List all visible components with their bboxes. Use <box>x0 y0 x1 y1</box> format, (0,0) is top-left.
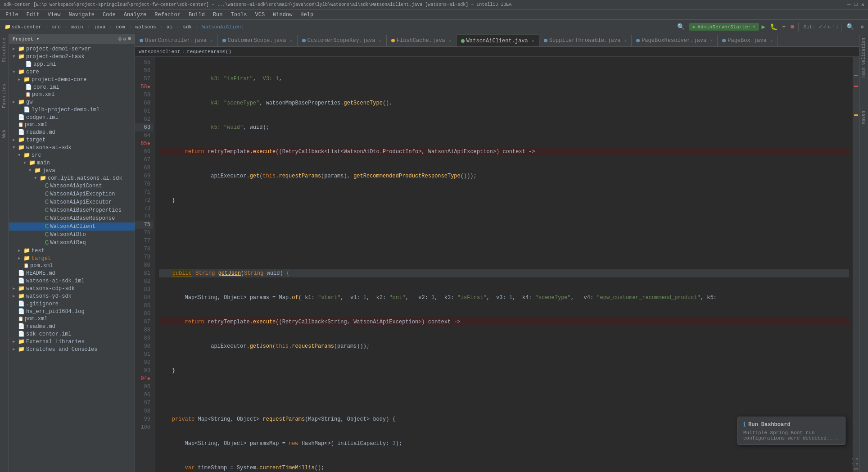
git-arrow-up[interactable]: ↑ <box>832 24 835 30</box>
toolbar-main[interactable]: main <box>68 23 86 31</box>
toolbar-sdk[interactable]: sdk <box>180 23 194 31</box>
tab-close-icon[interactable]: ✕ <box>532 38 534 44</box>
tab-close-icon[interactable]: ✕ <box>449 38 452 43</box>
run-btn[interactable]: ▶ <box>760 22 767 32</box>
tab-WatsonAiClient[interactable]: WatsonAiClient.java ✕ <box>457 35 539 46</box>
menu-edit[interactable]: Edit <box>23 11 43 19</box>
structure-label[interactable]: Structure <box>1 36 8 64</box>
team-validation-label[interactable]: Team Validation <box>860 36 867 80</box>
project-settings-icon[interactable]: ⚙ <box>123 36 127 42</box>
tab-CustomerScopeKey[interactable]: CustomerScopeKey.java ✕ <box>298 35 387 46</box>
tree-com-pkg[interactable]: ▼ 📁 com.lylb.watsons.ai.sdk <box>9 174 135 182</box>
tree-watsons-ai-sdk[interactable]: ▼ 📁 watsons-ai-sdk <box>9 144 135 151</box>
tab-close-icon[interactable]: ✕ <box>289 38 292 43</box>
tree-gitignore[interactable]: 📄 .gitignore <box>9 300 135 308</box>
tree-lylb-iml[interactable]: 📄 lylb-project-demo.iml <box>9 106 135 113</box>
tab-CustomerScope[interactable]: CustomerScope.java ✕ <box>218 35 298 46</box>
toolbar-class[interactable]: WatsonAiClient <box>199 23 246 31</box>
tree-watsons-cdp[interactable]: ▶ 📁 watsons-cdp-sdk <box>9 285 135 292</box>
tab-PageBox[interactable]: PageBox.java ✕ <box>718 35 778 46</box>
menu-vcs[interactable]: VCS <box>252 11 269 19</box>
right-scrollbar[interactable]: 1.3 1.2 Ks <box>853 57 859 472</box>
tree-README[interactable]: 📄 README.md <box>9 269 135 277</box>
tree-WatsonAiApiException[interactable]: C WatsonAiApiException <box>9 190 135 198</box>
tree-java[interactable]: ▼ 📁 java <box>9 167 135 174</box>
tab-close-icon[interactable]: ✕ <box>624 38 627 43</box>
tab-FlushCache[interactable]: FlushCache.java ✕ <box>387 35 457 46</box>
tree-test[interactable]: ▶ 📁 test <box>9 247 135 254</box>
menu-build[interactable]: Build <box>185 11 208 19</box>
git-refresh[interactable]: ↻ <box>827 23 831 30</box>
breadcrumb-method[interactable]: requestParams() <box>187 49 231 54</box>
code-content[interactable]: k3: "isFirst", V3: 1, k4: "sceneType", w… <box>155 57 853 472</box>
tree-scratches[interactable]: ▶ 📁 Scratches and Consoles <box>9 345 135 353</box>
menu-window[interactable]: Window <box>269 11 296 19</box>
git-arrow-down[interactable]: ↓ <box>836 24 839 30</box>
tree-project-demo-core[interactable]: ▶ 📁 project-demo-core <box>9 76 135 83</box>
tab-UserController[interactable]: UserController.java ✕ <box>135 35 218 46</box>
code-editor[interactable]: 55 56 57 58● 59 60 61 62 63 64 65● 66 67… <box>135 57 859 472</box>
tree-pom[interactable]: 📋 pom.xml <box>9 121 135 128</box>
tab-close-icon[interactable]: ✕ <box>210 38 213 43</box>
debug-btn[interactable]: 🐛 <box>768 22 779 32</box>
breadcrumb-class[interactable]: WatsonAiClient <box>139 49 180 54</box>
close-btn[interactable]: ✕ <box>861 1 864 8</box>
menu-code[interactable]: Code <box>99 11 119 19</box>
menu-run[interactable]: Run <box>209 11 226 19</box>
toolbar-src[interactable]: src <box>49 23 63 31</box>
tab-close-icon[interactable]: ✕ <box>770 38 773 43</box>
tab-PageBoxResolver[interactable]: PageBoxResolver.java ✕ <box>632 35 718 46</box>
tree-src[interactable]: ▼ 📁 src <box>9 151 135 159</box>
git-label[interactable]: Git: <box>801 23 818 31</box>
tree-core[interactable]: ▼ 📁 core <box>9 68 135 76</box>
tab-close-icon[interactable]: ✕ <box>710 38 713 43</box>
tree-root-readme[interactable]: 📄 readme.md <box>9 322 135 330</box>
tree-log[interactable]: 📄 hs_err_pid1684.log <box>9 308 135 315</box>
tree-WatsonAiBaseResponse[interactable]: C WatsonAiBaseResponse <box>9 214 135 222</box>
tab-SupplierThrowable[interactable]: SupplierThrowable.java ✕ <box>539 35 632 46</box>
tree-WatsonAiReq[interactable]: C WatsonAiReq <box>9 239 135 247</box>
menu-refactor[interactable]: Refactor <box>151 11 184 19</box>
tree-core-iml[interactable]: 📄 core.iml <box>9 83 135 91</box>
menu-help[interactable]: Help <box>297 11 317 19</box>
menu-analyze[interactable]: Analyze <box>120 11 150 19</box>
search-icon[interactable]: 🔍 <box>677 23 685 31</box>
search-everywhere[interactable]: 🔍 <box>844 22 857 32</box>
stop-btn[interactable]: ■ <box>788 23 796 32</box>
tree-WatsonAiApiExecutor[interactable]: C WatsonAiApiExecutor <box>9 198 135 206</box>
toolbar-project[interactable]: 📁 sdk-center <box>2 23 44 31</box>
tree-core-pom[interactable]: 📋 pom.xml <box>9 91 135 98</box>
menu-tools[interactable]: Tools <box>227 11 251 19</box>
coverage-btn[interactable]: ☂ <box>780 22 787 32</box>
tree-WatsonAiClient[interactable]: C WatsonAiClient <box>9 222 135 231</box>
tree-project-demo1[interactable]: ▶ 📁 project-demo1-server <box>9 45 135 53</box>
minimize-btn[interactable]: — <box>847 1 850 8</box>
tree-gw[interactable]: ▶ 📁 gw <box>9 98 135 106</box>
tree-WatsonAiBaseProperties[interactable]: C WatsonAiBaseProperties <box>9 206 135 214</box>
tree-readme[interactable]: 📄 readme.md <box>9 128 135 136</box>
tree-main[interactable]: ▼ 📁 main <box>9 159 135 167</box>
favorites-label[interactable]: Favorites <box>1 82 8 110</box>
maven-label[interactable]: Maven <box>860 109 867 126</box>
project-sync-icon[interactable]: ⊙ <box>118 36 122 42</box>
project-gear-icon[interactable]: ≡ <box>128 36 131 42</box>
tree-WatsonAiApiConst[interactable]: C WatsonAiApiConst <box>9 182 135 190</box>
tree-codgen-iml[interactable]: 📄 codgen.iml <box>9 113 135 121</box>
tree-WatsonAiDto[interactable]: C WatsonAiDto <box>9 231 135 239</box>
toolbar-watsons[interactable]: watsons <box>132 23 158 31</box>
web-label[interactable]: Web <box>1 128 8 140</box>
maximize-btn[interactable]: □ <box>854 1 858 8</box>
menu-navigate[interactable]: Navigate <box>65 11 98 19</box>
menu-file[interactable]: File <box>2 11 22 19</box>
tab-close-icon[interactable]: ✕ <box>379 38 382 43</box>
tree-target[interactable]: ▶ 📁 target <box>9 136 135 144</box>
tree-project-demo2[interactable]: ▼ 📁 project-demo2-task <box>9 53 135 60</box>
toolbar-com[interactable]: com <box>113 23 127 31</box>
run-config[interactable]: ▶ AdminServerStarter ▼ <box>689 23 759 31</box>
tree-watson-iml[interactable]: 📄 watsons-ai-sdk.iml <box>9 277 135 285</box>
tree-sdk-pom[interactable]: 📋 pom.xml <box>9 262 135 269</box>
tree-external-libs[interactable]: ▶ 📁 External Libraries <box>9 338 135 345</box>
tree-root-pom[interactable]: 📋 pom.xml <box>9 315 135 322</box>
toolbar-ai[interactable]: ai <box>164 23 175 31</box>
settings-btn[interactable]: ⚙ <box>858 23 866 31</box>
